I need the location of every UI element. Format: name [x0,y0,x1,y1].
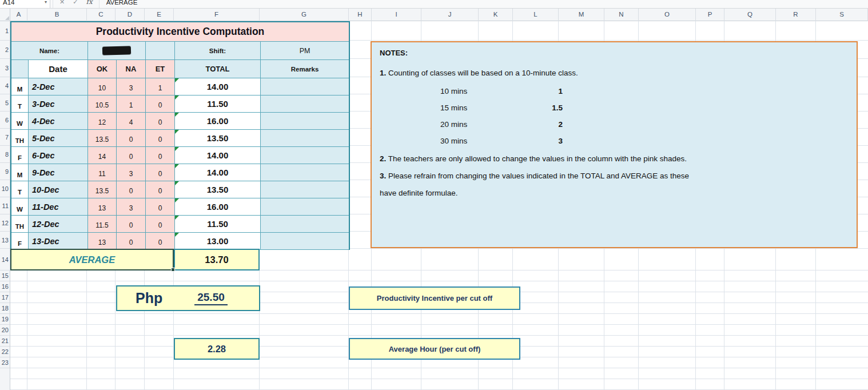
cell-total[interactable]: 16.00 [175,113,261,130]
cell-na[interactable]: 0 [117,147,146,164]
cell-na[interactable]: 0 [117,216,146,233]
column-header-E[interactable]: E [145,9,174,21]
cell-et[interactable]: 0 [146,216,175,233]
column-header-R[interactable]: R [776,9,816,21]
header-ok[interactable]: OK [88,60,117,78]
row-header-2[interactable]: 2 [0,41,10,59]
cell-na[interactable]: 3 [117,78,146,95]
header-date[interactable]: Date [29,60,88,78]
row-header-20[interactable]: 20 [0,325,10,336]
row-headers[interactable]: 1234567891011121314151617181920212223 [0,21,10,390]
column-header-G[interactable]: G [260,9,349,21]
cell-remarks[interactable] [261,147,349,164]
column-header-N[interactable]: N [604,9,639,21]
column-header-J[interactable]: J [421,9,479,21]
row-header-9[interactable]: 9 [0,163,10,180]
enter-icon[interactable]: ✓ [69,0,82,9]
name-label-cell[interactable]: Name: [11,42,88,60]
cell-ok[interactable]: 11.5 [88,216,117,233]
cell-na[interactable]: 0 [117,181,146,198]
cell-remarks[interactable] [261,181,349,198]
incentive-amount-box[interactable]: Php 25.50 [116,285,260,311]
cell-remarks[interactable] [261,78,349,95]
cell-et[interactable]: 0 [146,113,175,130]
cell-ok[interactable]: 10.5 [88,95,117,113]
row-header-18[interactable]: 18 [0,303,10,314]
cell-total[interactable]: 14.00 [175,147,261,164]
cell-et[interactable]: 0 [146,95,175,113]
cell-et[interactable]: 0 [146,198,175,216]
cell-day[interactable]: TH [11,130,29,147]
cell-ok[interactable]: 14 [88,147,117,164]
formula-input[interactable]: AVERAGE [102,0,138,6]
cell-remarks[interactable] [261,95,349,113]
header-et[interactable]: ET [146,60,175,78]
cell-date[interactable]: 13-Dec [29,233,88,250]
cell-day[interactable]: T [11,95,29,113]
table-title[interactable]: Productivity Incentive Computation [11,22,349,42]
column-header-L[interactable]: L [513,9,559,21]
header-na[interactable]: NA [117,60,146,78]
name-box[interactable]: A14 ▾ [0,0,50,9]
cell-ok[interactable]: 11 [88,164,117,181]
row-header-6[interactable]: 6 [0,112,10,129]
cell-date[interactable]: 2-Dec [29,78,88,95]
cell-remarks[interactable] [261,216,349,233]
column-header-P[interactable]: P [696,9,724,21]
name-box-dropdown-icon[interactable]: ▾ [45,0,47,5]
cell-et[interactable]: 0 [146,181,175,198]
cell-day[interactable]: M [11,164,29,181]
cell-date[interactable]: 11-Dec [29,198,88,216]
column-header-D[interactable]: D [116,9,145,21]
row-header-14[interactable]: 14 [0,249,10,270]
row-header-11[interactable]: 11 [0,197,10,214]
cell-total[interactable]: 16.00 [175,198,261,216]
empty-cell[interactable] [11,60,29,78]
cell-et[interactable]: 1 [146,78,175,95]
cell-total[interactable]: 14.00 [175,164,261,181]
row-header-23[interactable]: 23 [0,357,10,368]
cell-ok[interactable]: 13.5 [88,130,117,147]
cell-day[interactable]: W [11,198,29,216]
cell-na[interactable]: 3 [117,198,146,216]
cell-day[interactable]: F [11,147,29,164]
row-header-21[interactable]: 21 [0,336,10,347]
row-header-16[interactable]: 16 [0,281,10,292]
column-header-M[interactable]: M [559,9,604,21]
cell-na[interactable]: 0 [117,130,146,147]
column-header-Q[interactable]: Q [724,9,776,21]
select-all-corner[interactable] [0,9,10,21]
row-header-4[interactable]: 4 [0,77,10,94]
row-header-8[interactable]: 8 [0,146,10,163]
row-header-13[interactable]: 13 [0,232,10,249]
column-header-F[interactable]: F [174,9,260,21]
cell-ok[interactable]: 13 [88,233,117,250]
cell-remarks[interactable] [261,198,349,216]
name-value-cell[interactable] [88,42,146,60]
selection-fill-handle[interactable] [171,268,175,272]
incentive-caption-box[interactable]: Productivity Incentive per cut off [349,286,520,310]
cell-date[interactable]: 12-Dec [29,216,88,233]
cell-day[interactable]: M [11,78,29,95]
average-hour-box[interactable]: 2.28 [174,338,260,360]
cell-et[interactable]: 0 [146,233,175,250]
row-header-22[interactable]: 22 [0,347,10,357]
cell-et[interactable]: 0 [146,164,175,181]
cell-date[interactable]: 4-Dec [29,113,88,130]
row-header-3[interactable]: 3 [0,59,10,77]
column-header-S[interactable]: S [816,9,868,21]
row-header-17[interactable]: 17 [0,292,10,303]
cell-date[interactable]: 9-Dec [29,164,88,181]
cell-date[interactable]: 5-Dec [29,130,88,147]
row-header-5[interactable]: 5 [0,94,10,112]
cell-na[interactable]: 3 [117,164,146,181]
column-header-O[interactable]: O [639,9,696,21]
insert-function-icon[interactable]: fx [82,0,96,9]
row-header-19[interactable]: 19 [0,314,10,325]
column-header-K[interactable]: K [479,9,513,21]
column-header-I[interactable]: I [372,9,421,21]
cell-remarks[interactable] [261,233,349,250]
cell-na[interactable]: 4 [117,113,146,130]
cell-ok[interactable]: 13.5 [88,181,117,198]
cell-day[interactable]: TH [11,216,29,233]
